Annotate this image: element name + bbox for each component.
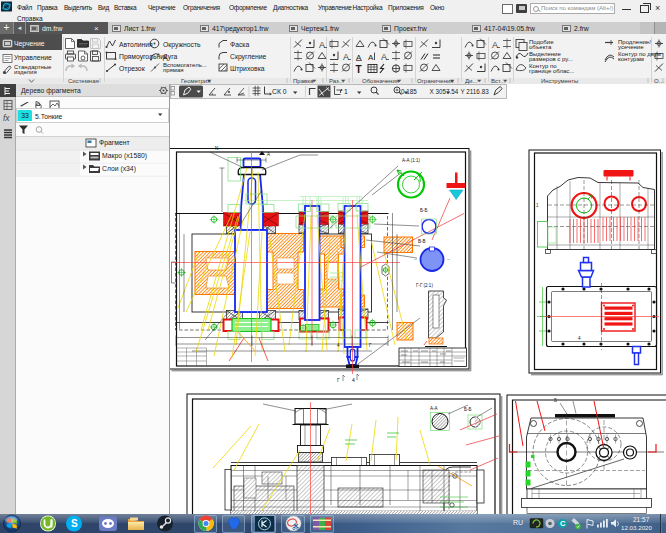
- svg-text:S: S: [71, 518, 78, 529]
- svg-text:A: A: [381, 52, 387, 62]
- svg-text:А: А: [368, 53, 374, 62]
- svg-text:A: A: [319, 40, 325, 50]
- svg-text:T: T: [356, 64, 362, 75]
- svg-text:A: A: [343, 52, 349, 62]
- svg-text:C: C: [560, 519, 566, 528]
- svg-text:A: A: [492, 40, 498, 50]
